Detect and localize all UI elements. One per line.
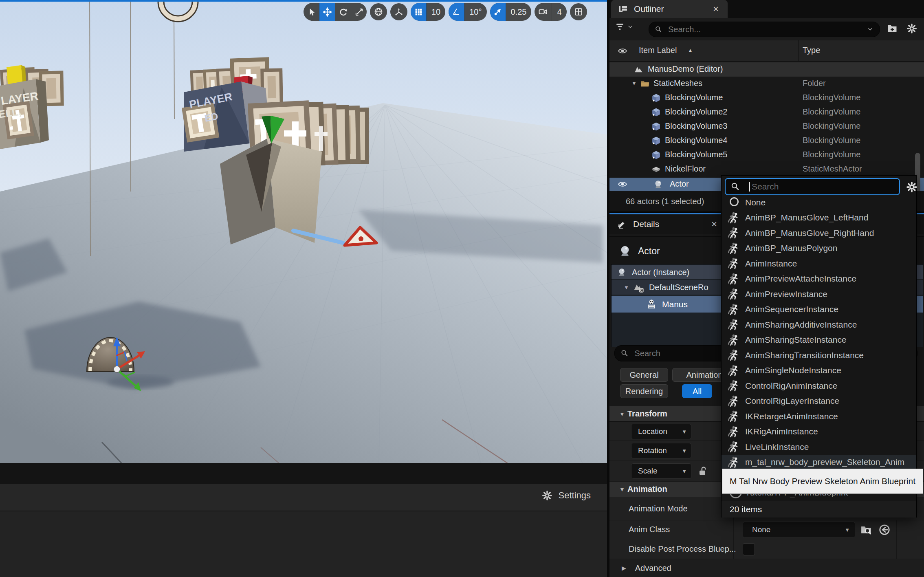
anim-class-option[interactable]: AnimSequencerInstance [722,302,916,317]
filter-all-button[interactable]: All [682,384,712,398]
anim-class-dropdown-popup: None AnimBP_ManusGlove_LeftHand AnimBP_M… [721,175,917,518]
anim-class-option[interactable]: ControlRigAnimInstance [722,378,916,393]
scale-snap-toggle[interactable] [490,3,506,21]
anim-class-option[interactable]: AnimSharingTransitionInstance [722,348,916,363]
close-icon[interactable]: × [713,3,719,15]
use-selected-button[interactable] [878,524,891,536]
eye-icon[interactable] [618,180,627,189]
scale-dropdown[interactable]: Scale▼ [631,463,691,479]
expander-icon[interactable]: ▼ [631,80,637,86]
lock-open-icon[interactable] [697,465,708,477]
blocking-volume-icon [651,150,661,160]
filter-general-button[interactable]: General [620,368,668,382]
outliner-row[interactable]: BlockingVolume3 BlockingVolume [609,119,924,134]
anim-class-option[interactable]: LiveLinkInstance [722,439,916,454]
camera-speed-group: 4 [535,3,566,21]
browse-asset-button[interactable] [860,524,872,536]
expander-icon[interactable]: ▼ [624,284,629,291]
outliner-row[interactable]: BlockingVolume BlockingVolume [609,91,924,105]
search-icon [730,182,740,192]
column-type[interactable]: Type [803,46,820,55]
anim-blueprint-icon [728,440,741,453]
popup-settings-button[interactable] [906,181,918,193]
anim-class-option[interactable]: AnimSharingAdditiveInstance [722,317,916,332]
anim-class-combobox[interactable]: None ▼ [743,522,855,538]
anim-class-row: Anim Class None ▼ [609,520,924,539]
filter-rendering-button[interactable]: Rendering [620,384,668,398]
anim-class-option[interactable]: AnimSingleNodeInstance [722,363,916,378]
create-folder-button[interactable] [887,23,898,34]
gear-icon [541,490,553,501]
eye-icon[interactable] [618,46,627,56]
outliner-row[interactable]: BlockingVolume4 BlockingVolume [609,134,924,148]
viewport-3d[interactable]: LAYER ELL, PLAYER ED 10 10° [0,0,607,463]
rotation-snap-value[interactable]: 10° [464,3,486,21]
disable-post-process-checkbox[interactable] [743,543,755,555]
anim-blueprint-icon [728,288,741,300]
advanced-expander-row[interactable]: ▶ Advanced [609,559,924,577]
anim-blueprint-icon [728,227,741,239]
viewport-toolbar: 10 10° 0.25 4 [304,3,587,21]
anim-class-value: None [752,525,770,534]
select-tool-button[interactable] [304,3,319,21]
anim-blueprint-icon [728,456,741,469]
expander-icon: ▼ [619,411,627,417]
blocking-volume-icon [651,121,661,132]
outliner-row-folder[interactable]: ▼ StaticMeshes Folder [609,77,924,91]
sort-ascending-icon[interactable]: ▲ [688,47,693,53]
outliner-filters-button[interactable] [615,22,633,32]
actor-icon [653,179,664,190]
chevron-down-icon[interactable] [867,26,873,33]
tab-outliner[interactable]: Outliner × [611,0,728,18]
anim-class-option[interactable]: AnimPreviewAttacheInstance [722,271,916,286]
outliner-row-level[interactable]: ManusDemo (Editor) [609,62,924,77]
outliner-search[interactable] [649,22,880,37]
surface-snapping-button[interactable] [390,3,407,20]
anim-class-option[interactable]: None [722,195,916,210]
outliner-row[interactable]: NickelFloor StaticMeshActor [609,162,924,176]
close-icon[interactable]: × [711,218,717,230]
scale-tool-button[interactable] [351,3,367,21]
search-icon [655,25,662,34]
outliner-row[interactable]: BlockingVolume2 BlockingVolume [609,105,924,119]
location-dropdown[interactable]: Location▼ [631,424,691,439]
popup-search[interactable] [725,178,900,195]
settings-label: Settings [559,490,591,501]
outliner-search-input[interactable] [667,24,867,35]
popup-search-input[interactable] [751,181,875,192]
scale-snap-value[interactable]: 0.25 [506,3,532,21]
column-item-label[interactable]: Item Label [639,46,677,55]
outliner-tabbar: Outliner × [609,0,924,18]
anim-class-option[interactable]: AnimSharingStateInstance [722,333,916,348]
column-divider[interactable] [798,40,799,62]
anim-class-option[interactable]: IKRigAnimInstance [722,424,916,439]
anim-class-option-hovered[interactable]: m_tal_nrw_body_preview_Skeleton_Anim [722,455,916,470]
anim-class-option[interactable]: AnimBP_ManusGlove_LeftHand [722,210,916,225]
anim-class-option[interactable]: AnimPreviewInstance [722,286,916,302]
expander-right-icon: ▶ [622,565,626,571]
grid-snap-toggle[interactable] [411,3,427,21]
filter-funnel-icon [615,22,625,32]
anim-class-option[interactable]: AnimBP_ManusPolygon [722,241,916,256]
anim-class-option[interactable]: AnimBP_ManusGlove_RightHand [722,225,916,240]
anim-class-option[interactable]: IKRetargetAnimInstance [722,409,916,424]
viewport-layout-button[interactable] [570,3,587,20]
anim-class-option[interactable]: AnimInstance [722,256,916,271]
chevron-down-icon [627,24,633,30]
unreal-editor-window: LAYER ELL, PLAYER ED 10 10° [0,0,924,577]
details-icon [617,219,627,229]
settings-button[interactable]: Settings [541,490,591,501]
transform-tools-group [304,3,367,21]
camera-speed-value[interactable]: 4 [552,3,566,21]
world-space-toggle[interactable] [370,3,387,20]
rotation-dropdown[interactable]: Rotation▼ [631,443,691,458]
move-tool-button[interactable] [319,3,335,21]
anim-blueprint-icon [728,211,741,224]
outliner-row[interactable]: BlockingVolume5 BlockingVolume [609,148,924,162]
camera-speed-button[interactable] [535,3,552,21]
grid-snap-value[interactable]: 10 [427,3,445,21]
rotation-snap-toggle[interactable] [449,3,464,21]
outliner-settings-button[interactable] [906,23,917,34]
rotate-tool-button[interactable] [335,3,351,21]
anim-class-option[interactable]: ControlRigLayerInstance [722,394,916,409]
